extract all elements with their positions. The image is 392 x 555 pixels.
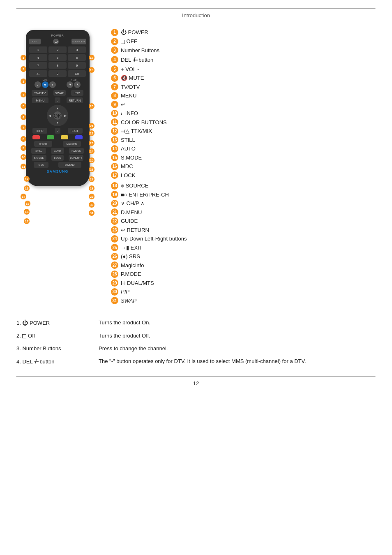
remote-power-btn[interactable]: ⏻ — [53, 39, 59, 44]
remote-vol-down[interactable]: - — [35, 81, 41, 88]
remote-pip-btn[interactable]: PIP — [71, 90, 83, 96]
remote-dmenu-btn[interactable]: D.MENU — [58, 162, 81, 168]
remote-off-btn[interactable]: OFF — [29, 39, 41, 44]
remote-nav-down[interactable]: ▼ — [56, 121, 59, 125]
remote-num-7[interactable]: 7 — [29, 62, 47, 69]
remote-numgrid: 1 2 3 4 5 6 7 8 9 — [29, 46, 86, 69]
remote-still-btn[interactable]: STILL — [31, 148, 46, 154]
circle-21: 21 — [111, 208, 118, 216]
remote-info-row: INFO ? EXIT — [29, 128, 86, 134]
circle-24: 24 — [111, 235, 118, 243]
legend-text-9: ↵ — [121, 101, 125, 109]
circle-18: 18 — [111, 182, 118, 190]
remote-dual-btn[interactable]: DUAL/MTS — [69, 155, 83, 161]
remote-exit-btn[interactable]: EXIT — [68, 128, 83, 134]
top-rule — [16, 8, 376, 9]
desc-row-3: 3. Number Buttons Press to change the ch… — [16, 342, 376, 355]
remote-num-1[interactable]: 1 — [29, 46, 47, 53]
remote-color-row — [29, 135, 86, 139]
circle-12: 12 — [111, 127, 118, 135]
remote-num-3[interactable]: 3 — [68, 46, 86, 53]
legend-text-7: TV/DTV — [121, 83, 140, 91]
legend-item-29: 29 Hᵢ DUAL/MTS — [111, 279, 376, 287]
badge-16: 16 — [24, 209, 30, 215]
remote-color-red[interactable] — [32, 135, 40, 139]
remote-auto-btn[interactable]: AUTO — [51, 148, 64, 154]
remote-smode-btn[interactable]: S.MODE — [32, 155, 46, 161]
legend-item-31: 31 SWAP — [111, 297, 376, 305]
remote-num-6[interactable]: 6 — [68, 54, 86, 61]
page-number: 12 — [16, 380, 376, 386]
remote-ch-down[interactable]: ∨ — [67, 81, 73, 88]
remote-nav-ok[interactable]: OK — [53, 111, 62, 120]
legend-text-11: COLOR BUTTONS — [121, 118, 167, 127]
legend-text-30: PIP — [121, 288, 129, 296]
page-title: Introduction — [16, 12, 376, 18]
desc-label-3: 3. Number Buttons — [16, 342, 99, 355]
remote-still-row: STILL AUTO P.MODE — [29, 148, 86, 154]
remote-return-btn[interactable]: RETURN — [67, 97, 83, 103]
remote-smode-row: S.MODE LOCK DUAL/MTS — [29, 155, 86, 161]
remote-num-9[interactable]: 9 — [68, 62, 86, 69]
remote-ch-btns: ∨ ∧ — [67, 81, 81, 88]
badge-29: 29 — [89, 194, 95, 199]
remote-color-blue[interactable] — [75, 135, 83, 139]
remote-srs-btn[interactable]: (●)SRS — [34, 141, 52, 147]
remote-menu-btn[interactable]: MENU — [32, 97, 48, 103]
remote-circle-btn[interactable]: ○ — [55, 97, 60, 103]
legend-text-4: DEL -/-- button — [121, 55, 153, 65]
desc-text-2: Turns the product Off. — [99, 329, 376, 342]
circle-7: 7 — [111, 83, 118, 90]
legend-text-24: Up-Down Left-Right buttons — [121, 235, 187, 243]
badge-10: 10 — [21, 154, 26, 160]
remote-num-4[interactable]: 4 — [29, 54, 47, 61]
remote-num-2[interactable]: 2 — [48, 46, 67, 53]
remote-mute-btn[interactable]: M — [42, 81, 48, 88]
remote-mdc-row: MDC D.MENU — [29, 162, 86, 168]
badge-21: 21 — [89, 123, 95, 129]
legend-text-27: MagicInfo — [121, 261, 144, 270]
remote-tv-btn[interactable]: TV/DTV — [32, 90, 48, 96]
remote-magic-btn[interactable]: MagicInfo — [63, 141, 81, 147]
remote-q-btn[interactable]: ? — [55, 128, 60, 134]
remote-num-8[interactable]: 8 — [48, 62, 67, 69]
remote-del-btn[interactable]: -/-- — [29, 70, 47, 77]
remote-nav-up[interactable]: ▲ — [56, 106, 59, 110]
legend-text-16: MDC — [121, 162, 133, 171]
remote-menu-row: MENU ○ RETURN — [29, 97, 86, 103]
desc-row-4: 4. DEL -/-- button The "-" button operat… — [16, 355, 376, 368]
remote-ch-btn[interactable]: CH — [68, 70, 86, 77]
circle-28: 28 — [111, 271, 118, 278]
legend-text-25: →▮ EXIT — [121, 244, 143, 252]
legend-text-21: D.MENU — [121, 208, 142, 217]
legend-text-6: 🔇 MUTE — [121, 74, 144, 82]
badge-14: 14 — [21, 194, 26, 199]
remote-num-5[interactable]: 5 — [48, 54, 67, 61]
remote-nav-left[interactable]: ◀ — [48, 114, 51, 118]
remote-mdc-btn[interactable]: MDC — [34, 162, 48, 168]
remote-info-btn[interactable]: INFO — [32, 128, 47, 134]
remote-source-btn[interactable]: SOURCE ⎈ — [71, 39, 86, 44]
remote-swap-btn[interactable]: SWAP — [53, 90, 66, 96]
remote-ch-up[interactable]: ∧ — [74, 81, 81, 88]
legend-text-29: Hᵢ DUAL/MTS — [121, 279, 154, 287]
remote-vol-up[interactable]: + — [49, 81, 56, 88]
legend-item-11: 11 COLOR BUTTONS — [111, 118, 376, 127]
legend-item-7: 7 TV/DTV — [111, 83, 376, 91]
page: Introduction 1 2 3 4 5 6 7 8 9 10 11 12 … — [0, 0, 392, 555]
remote-nav-right[interactable]: ▶ — [64, 114, 67, 118]
legend-area: 1 ⏻ POWER 2 OFF 3 Number Buttons 4 DEL -… — [111, 26, 376, 305]
remote-body: POWER OFF ⏻ SOURCE ⎈ 1 2 3 4 5 — [26, 30, 90, 186]
badge-17: 17 — [24, 218, 30, 224]
badge-7: 7 — [21, 125, 26, 130]
legend-item-24: 24 Up-Down Left-Right buttons — [111, 235, 376, 243]
remote-color-yellow[interactable] — [61, 135, 68, 139]
badge-25: 25 — [89, 157, 95, 163]
remote-color-green[interactable] — [47, 135, 54, 139]
remote-lock-btn[interactable]: LOCK — [51, 155, 64, 161]
remote-num-0[interactable]: 0 — [48, 70, 67, 77]
legend-list: 1 ⏻ POWER 2 OFF 3 Number Buttons 4 DEL -… — [111, 28, 376, 305]
circle-14: 14 — [111, 145, 118, 153]
circle-3: 3 — [111, 46, 118, 54]
remote-pmode-btn[interactable]: P.MODE — [69, 148, 84, 154]
